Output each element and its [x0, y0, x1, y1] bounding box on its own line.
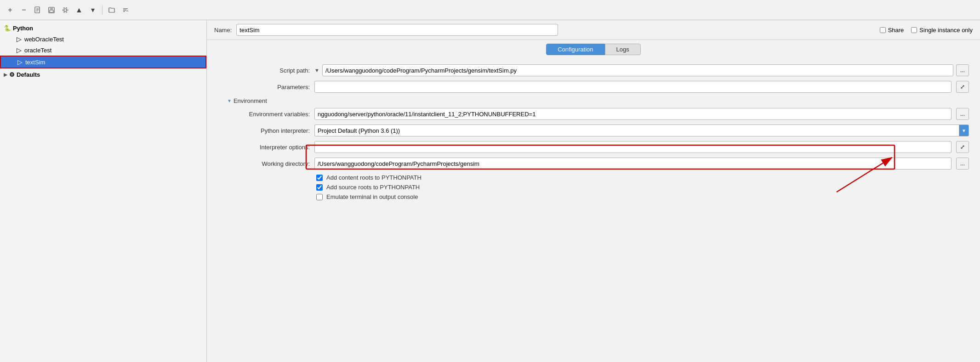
interpreter-dropdown-button[interactable]: ▼	[959, 124, 969, 136]
script-path-browse-button[interactable]: ...	[956, 64, 969, 76]
run-config-icon-1: ▷	[17, 35, 22, 43]
name-label: Name:	[214, 27, 232, 34]
gear-icon	[62, 6, 69, 14]
toolbar-separator	[102, 6, 103, 15]
interpreter-options-input[interactable]	[314, 141, 952, 153]
emulate-terminal-checkbox[interactable]	[316, 194, 323, 200]
script-path-label: Script path:	[218, 67, 310, 74]
add-content-roots-label[interactable]: Add content roots to PYTHONPATH	[326, 174, 422, 181]
down-button[interactable]: ▾	[87, 5, 98, 16]
run-config-icon-2: ▷	[17, 46, 22, 54]
save-icon	[48, 6, 55, 14]
new-file-button[interactable]	[32, 5, 43, 16]
working-directory-row: Working directory: ...	[218, 158, 969, 170]
interpreter-options-label: Interpreter options:	[218, 144, 310, 151]
single-instance-label: Single instance only	[919, 27, 973, 34]
env-variables-input[interactable]	[314, 108, 952, 120]
sidebar-section-python[interactable]: 🐍 Python	[0, 22, 206, 34]
env-variables-browse-button[interactable]: ...	[956, 108, 969, 120]
interpreter-input-group: ▼	[314, 124, 969, 136]
settings-button[interactable]	[60, 5, 71, 16]
main-area: 🐍 Python ▷ webOracleTest ▷ oracleTest ▷ …	[0, 20, 980, 362]
script-path-dropdown-icon[interactable]: ▼	[314, 68, 319, 73]
right-panel: Name: Share Single instance only Configu…	[207, 20, 980, 362]
add-content-roots-row: Add content roots to PYTHONPATH	[218, 174, 969, 181]
interpreter-options-row: Interpreter options: ⤢	[218, 141, 969, 153]
add-source-roots-label[interactable]: Add source roots to PYTHONPATH	[326, 184, 420, 191]
sidebar-item-text-sim[interactable]: ▷ textSim	[0, 56, 206, 68]
working-directory-label: Working directory:	[218, 160, 310, 167]
run-config-icon-3: ▷	[17, 58, 23, 66]
interpreter-options-expand-button[interactable]: ⤢	[956, 141, 969, 153]
parameters-input[interactable]	[314, 81, 952, 93]
svg-rect-5	[50, 7, 53, 10]
add-source-roots-checkbox[interactable]	[316, 184, 323, 191]
new-file-icon	[34, 6, 41, 14]
env-variables-label: Environment variables:	[218, 111, 310, 118]
name-input[interactable]	[236, 24, 558, 36]
remove-button[interactable]: −	[18, 5, 29, 16]
sidebar-python-label: Python	[13, 25, 33, 32]
script-path-input[interactable]	[322, 64, 953, 76]
working-directory-browse-button[interactable]: ...	[956, 158, 969, 170]
add-button[interactable]: +	[5, 5, 16, 16]
toolbar: + − ▲ ▾	[0, 0, 980, 20]
name-bar: Name: Share Single instance only	[207, 20, 980, 40]
parameters-expand-button[interactable]: ⤢	[956, 81, 969, 93]
up-button[interactable]: ▲	[74, 5, 85, 16]
sidebar-defaults-label: Defaults	[17, 71, 40, 78]
folder-icon	[108, 6, 115, 14]
sidebar-item-oracle-test[interactable]: ▷ oracleTest	[0, 45, 206, 56]
tabs-bar: Configuration Logs	[207, 40, 980, 59]
svg-point-8	[63, 7, 68, 12]
python-interpreter-input[interactable]	[314, 124, 959, 136]
working-directory-input[interactable]	[314, 158, 952, 170]
parameters-row: Parameters: ⤢	[218, 81, 969, 93]
svg-point-7	[64, 9, 67, 11]
sort-button[interactable]	[120, 5, 131, 16]
environment-section-header: ▼ Environment	[218, 97, 969, 104]
sidebar-section-defaults[interactable]: ▶ ⚙ Defaults	[0, 68, 206, 80]
save-button[interactable]	[46, 5, 57, 16]
python-interpreter-row: Python interpreter: ▼	[218, 124, 969, 136]
tab-logs[interactable]: Logs	[605, 44, 641, 55]
sidebar: 🐍 Python ▷ webOracleTest ▷ oracleTest ▷ …	[0, 20, 207, 362]
share-label: Share	[888, 27, 904, 34]
parameters-label: Parameters:	[218, 84, 310, 90]
share-checkbox[interactable]	[880, 27, 886, 33]
single-instance-checkbox-row: Single instance only	[911, 27, 973, 34]
environment-section-title: Environment	[234, 97, 267, 104]
sidebar-item-label-1: webOracleTest	[24, 36, 64, 43]
add-content-roots-checkbox[interactable]	[316, 175, 323, 181]
emulate-terminal-label[interactable]: Emulate terminal in output console	[326, 193, 418, 200]
env-variables-row: Environment variables: ...	[218, 108, 969, 120]
folder-button[interactable]	[106, 5, 117, 16]
sidebar-item-label-3: textSim	[25, 59, 45, 66]
defaults-icon: ⚙	[9, 71, 15, 78]
script-path-row: Script path: ▼ ...	[218, 64, 969, 76]
environment-arrow-icon[interactable]: ▼	[227, 98, 232, 103]
sort-icon	[122, 6, 129, 14]
single-instance-checkbox[interactable]	[911, 27, 917, 33]
add-source-roots-row: Add source roots to PYTHONPATH	[218, 184, 969, 191]
defaults-arrow-icon: ▶	[4, 72, 7, 77]
share-checkbox-row: Share	[880, 27, 904, 34]
share-area: Share Single instance only	[880, 27, 973, 34]
config-panel: Script path: ▼ ... Parameters: ⤢ ▼	[207, 59, 980, 209]
python-icon: 🐍	[4, 25, 11, 32]
sidebar-item-label-2: oracleTest	[24, 47, 51, 54]
tab-configuration[interactable]: Configuration	[546, 44, 604, 55]
sidebar-item-web-oracle[interactable]: ▷ webOracleTest	[0, 34, 206, 45]
python-interpreter-label: Python interpreter:	[218, 127, 310, 134]
emulate-terminal-row: Emulate terminal in output console	[218, 193, 969, 200]
svg-rect-6	[50, 10, 53, 12]
